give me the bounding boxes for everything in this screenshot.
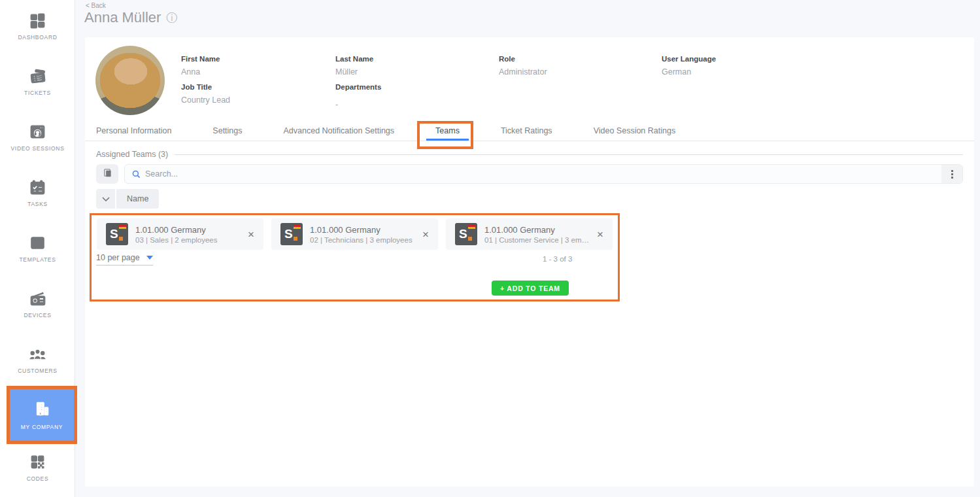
team-detail: 02 | Technicians | 3 employees (310, 236, 417, 244)
info-icon[interactable]: ⓘ (166, 12, 177, 24)
first-name-value: Anna (181, 67, 200, 77)
sidebar-item-tasks[interactable]: TASKS (0, 179, 75, 207)
departments-label: Departments (335, 83, 381, 91)
team-cards-row: S 1.01.000 Germany 03 | Sales | 2 employ… (97, 218, 613, 250)
team-logo-letter: S (284, 227, 293, 241)
departments-value: - (335, 100, 338, 109)
role-value: Administrator (499, 67, 547, 77)
first-name-label: First Name (181, 55, 220, 63)
tab-advanced-notification-settings[interactable]: Advanced Notification Settings (284, 122, 395, 141)
templates-icon (0, 234, 75, 252)
job-title-value: Country Lead (181, 95, 230, 105)
team-detail: 01 | Customer Service | 3 emplo... (484, 236, 592, 244)
team-card-text: 1.01.000 Germany 02 | Technicians | 3 em… (310, 225, 417, 244)
sidebar-item-video-sessions[interactable]: VIDEO SESSIONS (0, 123, 75, 152)
sidebar-item-templates[interactable]: TEMPLATES (0, 234, 75, 263)
sidebar-item-label: CUSTOMERS (0, 368, 75, 374)
role-label: Role (499, 55, 515, 63)
sidebar-item-my-company[interactable]: MY COMPANY (7, 386, 77, 444)
avatar (95, 46, 165, 115)
sidebar-item-tickets[interactable]: TICKETS (0, 67, 75, 96)
sidebar-item-dashboard[interactable]: DASHBOARD (0, 12, 75, 41)
sidebar-item-label: CODES (0, 475, 75, 482)
team-card[interactable]: S 1.01.000 Germany 01 | Customer Service… (446, 218, 613, 250)
remove-team-icon[interactable]: × (597, 229, 603, 240)
team-card-text: 1.01.000 Germany 03 | Sales | 2 employee… (135, 225, 243, 244)
customers-icon (0, 345, 75, 363)
company-icon (33, 400, 50, 420)
tab-personal-information[interactable]: Personal Information (96, 122, 171, 141)
dashboard-icon (0, 12, 75, 29)
team-card[interactable]: S 1.01.000 Germany 03 | Sales | 2 employ… (97, 218, 263, 250)
user-language-label: User Language (662, 55, 716, 63)
sidebar: DASHBOARD TICKETS (0, 0, 75, 497)
team-name: 1.01.000 Germany (484, 225, 592, 235)
add-to-team-button[interactable]: + ADD TO TEAM (492, 281, 569, 296)
saved-views-button[interactable] (96, 164, 118, 184)
team-card-text: 1.01.000 Germany 01 | Customer Service |… (484, 225, 592, 244)
sidebar-item-customers[interactable]: CUSTOMERS (0, 345, 75, 374)
kebab-menu-icon[interactable] (941, 165, 962, 183)
team-card[interactable]: S 1.01.000 Germany 02 | Technicians | 3 … (271, 218, 438, 250)
dropdown-arrow-icon (146, 256, 153, 260)
sidebar-item-label: DASHBOARD (0, 34, 75, 41)
tab-ticket-ratings[interactable]: Ticket Ratings (501, 122, 552, 141)
sidebar-item-label: MY COMPANY (21, 424, 63, 430)
team-logo-icon: S (106, 223, 128, 245)
team-logo-letter: S (459, 227, 467, 241)
tasks-icon (0, 179, 75, 196)
search-input[interactable] (145, 169, 941, 179)
page-title-text: Anna Müller (84, 9, 161, 26)
last-name-label: Last Name (335, 55, 373, 63)
per-page-select[interactable]: 10 per page (96, 253, 153, 266)
filter-chip: Name (96, 189, 159, 209)
search-icon (132, 170, 141, 179)
pagination-range: 1 - 3 of 3 (543, 255, 572, 263)
team-name: 1.01.000 Germany (135, 225, 243, 235)
codes-icon (0, 453, 75, 471)
sidebar-item-label: TASKS (0, 201, 75, 207)
job-title-label: Job Title (181, 83, 212, 91)
team-logo-letter: S (110, 227, 118, 241)
team-name: 1.01.000 Germany (310, 225, 417, 235)
section-divider (175, 154, 963, 155)
tickets-icon (0, 67, 75, 85)
sidebar-item-label: TEMPLATES (0, 256, 75, 263)
sidebar-item-codes[interactable]: CODES (0, 453, 75, 482)
assigned-teams-header: Assigned Teams (3) (96, 150, 963, 159)
user-language-value: German (662, 67, 691, 77)
tab-teams[interactable]: Teams (435, 122, 460, 141)
chevron-down-icon[interactable] (96, 189, 116, 209)
assigned-teams-title: Assigned Teams (3) (96, 150, 168, 159)
remove-team-icon[interactable]: × (248, 229, 254, 240)
page-title: Anna Müller ⓘ (84, 9, 177, 26)
video-sessions-icon (0, 123, 75, 141)
remove-team-icon[interactable]: × (422, 229, 429, 240)
user-detail-card: First Name Anna Job Title Country Lead L… (85, 37, 974, 487)
team-logo-icon: S (280, 223, 303, 245)
team-logo-icon: S (455, 223, 477, 245)
book-icon (103, 168, 112, 180)
sidebar-item-label: DEVICES (0, 312, 75, 318)
filter-chip-name[interactable]: Name (116, 189, 159, 209)
sidebar-item-devices[interactable]: DEVICES (0, 290, 75, 318)
team-detail: 03 | Sales | 2 employees (135, 236, 243, 244)
sidebar-item-label: VIDEO SESSIONS (0, 145, 75, 152)
search-bar (124, 164, 963, 184)
devices-icon (0, 290, 75, 307)
back-link[interactable]: < Back (86, 2, 106, 9)
tab-bar: Personal Information Settings Advanced N… (85, 122, 974, 141)
sidebar-item-label: TICKETS (0, 90, 75, 96)
tab-video-session-ratings[interactable]: Video Session Ratings (594, 122, 676, 141)
last-name-value: Müller (335, 67, 358, 77)
per-page-label: 10 per page (96, 253, 140, 262)
tab-settings[interactable]: Settings (212, 122, 242, 141)
